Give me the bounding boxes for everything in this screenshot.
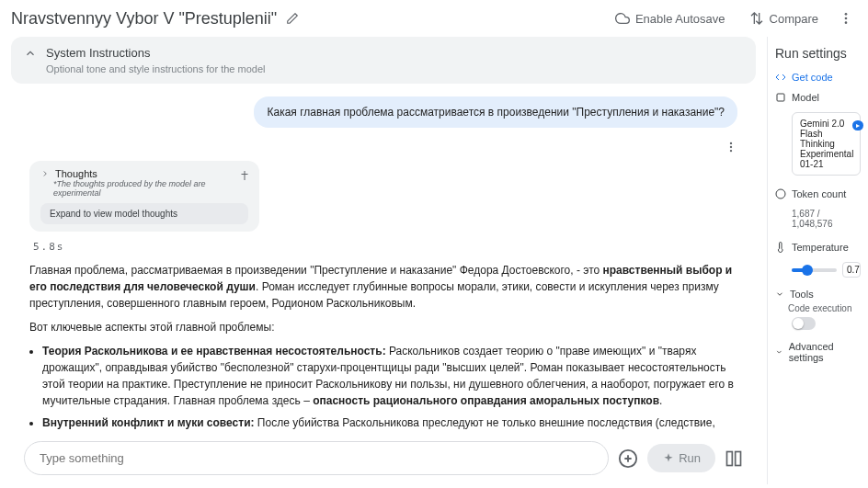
model-selector[interactable]: Gemini 2.0 Flash Thinking Experimental 0… <box>792 112 861 176</box>
token-count-label: Token count <box>792 188 846 199</box>
svg-point-0 <box>845 13 848 16</box>
temperature-value[interactable]: 0.7 <box>842 262 861 278</box>
user-message: Какая главная проблема рассматривается в… <box>254 96 737 128</box>
page-title: Nravstvennyy Vybor V "Prestuplenii" <box>11 9 277 28</box>
svg-rect-9 <box>777 94 784 101</box>
code-execution-toggle[interactable] <box>792 317 816 330</box>
thoughts-title: Thoughts <box>55 168 97 179</box>
token-count-value: 1,687 / 1,048,576 <box>792 209 861 229</box>
compare-label: Compare <box>770 12 818 26</box>
model-response: Главная проблема, рассматриваемая в прои… <box>29 262 737 431</box>
thoughts-note: *The thoughts produced by the model are … <box>53 179 248 198</box>
svg-point-10 <box>776 189 785 199</box>
expand-thoughts-button[interactable]: Expand to view model thoughts <box>40 203 248 224</box>
get-code-label: Get code <box>792 72 833 83</box>
system-instructions-title: System Instructions <box>46 46 150 60</box>
svg-point-2 <box>845 21 848 24</box>
svg-point-5 <box>730 150 732 152</box>
system-instructions-toggle[interactable]: System Instructions <box>24 46 743 60</box>
message-options-icon[interactable] <box>725 141 737 153</box>
sparkle-icon <box>662 452 675 465</box>
chevron-down-icon <box>775 289 784 299</box>
svg-point-3 <box>730 142 732 144</box>
input-container <box>24 441 609 475</box>
thoughts-panel: Thoughts *The thoughts produced by the m… <box>29 161 259 232</box>
temperature-label: Temperature <box>792 242 849 253</box>
system-instructions-sub: Optional tone and style instructions for… <box>46 63 743 74</box>
code-execution-label: Code execution <box>788 303 861 313</box>
more-icon[interactable] <box>835 7 857 29</box>
model-badge: ▸ <box>852 120 863 131</box>
compare-icon <box>749 11 764 26</box>
svg-point-4 <box>730 146 732 148</box>
autosave-label: Enable Autosave <box>635 12 725 26</box>
chevron-right-icon[interactable] <box>40 169 50 178</box>
chip-icon <box>775 92 786 103</box>
run-label: Run <box>679 451 701 465</box>
run-button[interactable]: Run <box>647 444 715 472</box>
prompt-input[interactable] <box>40 451 593 465</box>
gallery-icon[interactable] <box>725 449 743 468</box>
compare-button[interactable]: Compare <box>742 7 826 29</box>
pin-icon[interactable] <box>239 170 250 181</box>
system-instructions-panel: System Instructions Optional tone and st… <box>11 37 756 84</box>
add-icon[interactable] <box>618 448 638 469</box>
advanced-toggle[interactable]: Advanced settings <box>775 341 861 363</box>
sidebar-title: Run settings <box>775 46 861 61</box>
temperature-slider[interactable] <box>792 268 837 272</box>
model-name: Gemini 2.0 Flash Thinking Experimental 0… <box>800 119 853 169</box>
code-icon <box>775 72 786 83</box>
svg-rect-8 <box>736 451 741 465</box>
timing: 5.8s <box>33 241 734 253</box>
advanced-label: Advanced settings <box>789 341 861 363</box>
svg-point-1 <box>845 17 848 20</box>
tools-label: Tools <box>790 289 814 300</box>
chevron-down-icon <box>775 347 783 357</box>
chevron-up-icon <box>24 47 37 60</box>
tools-toggle[interactable]: Tools <box>775 289 861 300</box>
svg-rect-7 <box>727 451 733 465</box>
model-label: Model <box>792 92 819 103</box>
thermometer-icon <box>775 242 786 253</box>
edit-icon[interactable] <box>286 12 299 25</box>
enable-autosave-button[interactable]: Enable Autosave <box>608 7 733 29</box>
token-icon <box>775 188 786 199</box>
cloud-icon <box>615 11 630 26</box>
get-code-button[interactable]: Get code <box>775 72 861 83</box>
